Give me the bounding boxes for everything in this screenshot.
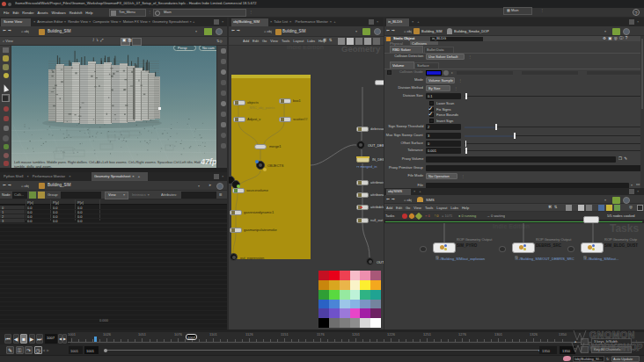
svg-text:WORKSHOP: WORKSHOP [589,343,643,352]
svg-text:GNOMON: GNOMON [589,329,635,340]
